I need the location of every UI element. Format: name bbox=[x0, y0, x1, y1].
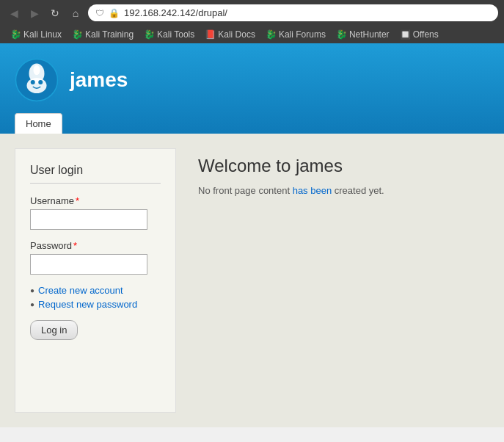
bookmark-nethunter[interactable]: 🐉 NetHunter bbox=[332, 28, 394, 41]
create-account-link-item: ● Create new account bbox=[30, 285, 161, 296]
bookmark-kali-training[interactable]: 🐉 Kali Training bbox=[67, 28, 138, 41]
drupal-logo bbox=[15, 58, 59, 102]
browser-toolbar: ◀ ▶ ↻ ⌂ 🛡 🔒 192.168.242.142/drupal/ bbox=[0, 0, 504, 26]
main-content: Welcome to james No front page content h… bbox=[191, 148, 489, 413]
login-box: User login Username* Password* ● Create … bbox=[15, 148, 176, 413]
form-links: ● Create new account ● Request new passw… bbox=[30, 285, 161, 310]
kali-training-icon: 🐉 bbox=[72, 29, 83, 40]
request-password-link-item: ● Request new password bbox=[30, 299, 161, 310]
bookmark-offens[interactable]: 🔲 Offens bbox=[395, 28, 443, 41]
security-icon: 🛡 bbox=[95, 8, 104, 18]
home-button[interactable]: ⌂ bbox=[67, 5, 84, 21]
drupal-header: james Home bbox=[0, 43, 504, 134]
create-account-link[interactable]: Create new account bbox=[38, 285, 123, 296]
header-top: james bbox=[15, 58, 489, 113]
username-required: * bbox=[76, 195, 79, 206]
login-button[interactable]: Log in bbox=[30, 320, 78, 340]
kali-tools-icon: 🐉 bbox=[144, 29, 155, 40]
svg-point-4 bbox=[38, 80, 43, 84]
username-input[interactable] bbox=[30, 209, 147, 230]
request-password-link[interactable]: Request new password bbox=[38, 299, 137, 310]
svg-point-5 bbox=[34, 65, 40, 76]
password-required: * bbox=[73, 240, 77, 251]
bookmarks-bar: 🐉 Kali Linux 🐉 Kali Training 🐉 Kali Tool… bbox=[0, 26, 504, 43]
site-name: james bbox=[70, 68, 128, 92]
bookmark-kali-linux[interactable]: 🐉 Kali Linux bbox=[6, 28, 66, 41]
forward-button[interactable]: ▶ bbox=[26, 5, 43, 21]
svg-point-2 bbox=[27, 78, 47, 93]
svg-point-3 bbox=[31, 80, 35, 84]
password-input[interactable] bbox=[30, 254, 147, 275]
bookmark-kali-tools[interactable]: 🐉 Kali Tools bbox=[139, 28, 199, 41]
drupal-nav: Home bbox=[15, 113, 489, 134]
welcome-heading: Welcome to james bbox=[198, 156, 482, 176]
kali-forums-icon: 🐉 bbox=[266, 29, 277, 40]
offens-icon: 🔲 bbox=[400, 29, 411, 40]
browser-chrome: ◀ ▶ ↻ ⌂ 🛡 🔒 192.168.242.142/drupal/ 🐉 Ka… bbox=[0, 0, 504, 43]
login-title: User login bbox=[30, 164, 161, 184]
bullet-icon: ● bbox=[30, 286, 34, 294]
nethunter-icon: 🐉 bbox=[336, 29, 347, 40]
bullet-icon-2: ● bbox=[30, 300, 34, 308]
back-button[interactable]: ◀ bbox=[6, 5, 22, 21]
bookmark-kali-docs[interactable]: 📕 Kali Docs bbox=[200, 28, 260, 41]
welcome-text: No front page content has been created y… bbox=[198, 185, 482, 196]
kali-linux-icon: 🐉 bbox=[10, 29, 21, 40]
page-body: User login Username* Password* ● Create … bbox=[0, 134, 504, 427]
reload-button[interactable]: ↻ bbox=[47, 5, 63, 21]
kali-docs-icon: 📕 bbox=[205, 29, 216, 40]
address-bar[interactable]: 🛡 🔒 192.168.242.142/drupal/ bbox=[88, 4, 498, 21]
nav-tab-home[interactable]: Home bbox=[15, 113, 62, 134]
password-field-group: Password* bbox=[30, 240, 161, 275]
password-label: Password* bbox=[30, 240, 161, 251]
lock-icon: 🔒 bbox=[109, 8, 120, 18]
url-text: 192.168.242.142/drupal/ bbox=[124, 7, 227, 18]
bookmark-kali-forums[interactable]: 🐉 Kali Forums bbox=[261, 28, 330, 41]
username-field-group: Username* bbox=[30, 195, 161, 230]
username-label: Username* bbox=[30, 195, 161, 206]
